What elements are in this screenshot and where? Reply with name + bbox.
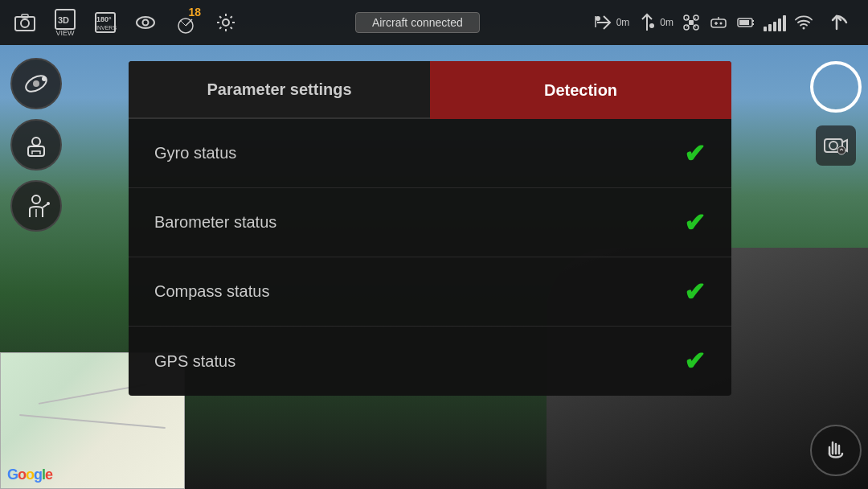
aircraft-status: Aircraft connected (355, 12, 480, 33)
vertical-distance-group: 0m (637, 13, 674, 32)
sidebar-orbit-button[interactable] (10, 58, 62, 109)
controller-icon-group (709, 13, 728, 32)
svg-point-11 (223, 19, 229, 26)
toolbar-left: 3D VIEW 180° INVERSION (0, 4, 251, 41)
toolbar-right: 0m 0m (584, 4, 868, 41)
barometer-status-check: ✔ (684, 208, 706, 238)
detection-list: Gyro status ✔ Barometer status ✔ Compass… (129, 119, 731, 396)
signal-bars (764, 14, 786, 31)
gps-status-row[interactable]: GPS status ✔ (129, 327, 731, 396)
compass-status-label: Compass status (154, 282, 269, 301)
svg-point-45 (837, 146, 845, 154)
gyro-status-label: Gyro status (154, 144, 236, 162)
svg-text:180°: 180° (96, 15, 112, 23)
battery-group (736, 13, 755, 32)
compass-status-check: ✔ (684, 277, 706, 307)
svg-point-15 (649, 23, 654, 28)
fpv-eye-button[interactable] (127, 4, 164, 41)
tab-detection[interactable]: Detection (430, 61, 731, 119)
inversion-button[interactable]: 180° INVERSION (87, 4, 124, 41)
camera-switch-button[interactable] (816, 125, 856, 166)
svg-point-44 (829, 142, 837, 150)
svg-rect-33 (739, 20, 749, 25)
svg-point-1 (21, 19, 29, 27)
svg-text:INVERSION: INVERSION (96, 25, 117, 31)
compass-status-row[interactable]: Compass status ✔ (129, 257, 731, 327)
3d-view-label: VIEW (55, 29, 74, 37)
tab-bar: Parameter settings Detection (129, 61, 731, 119)
3d-view-button[interactable]: 3D VIEW (47, 4, 84, 41)
svg-point-12 (596, 16, 600, 21)
svg-point-28 (720, 23, 723, 25)
sidebar-person-button[interactable] (10, 180, 62, 232)
svg-point-8 (137, 17, 154, 28)
svg-point-36 (33, 80, 39, 87)
svg-rect-25 (711, 19, 726, 27)
svg-rect-20 (689, 20, 694, 25)
vertical-distance: 0m (660, 17, 674, 28)
sidebar-follow-button[interactable] (10, 119, 62, 171)
photo-icon-button[interactable] (6, 4, 43, 41)
svg-point-40 (32, 195, 40, 203)
google-logo: Google (7, 466, 52, 483)
right-sidebar (804, 45, 868, 489)
gps-status-check: ✔ (684, 346, 706, 376)
record-button[interactable] (810, 61, 862, 113)
gesture-button[interactable] (810, 425, 862, 476)
drone-icon-group (682, 13, 701, 32)
radar-count: 18 (188, 6, 201, 18)
horizontal-distance-group: 0m (594, 13, 630, 32)
svg-point-42 (47, 202, 50, 205)
gyro-status-check: ✔ (684, 138, 706, 169)
svg-point-39 (32, 138, 40, 146)
tab-parameter-settings[interactable]: Parameter settings (129, 61, 430, 119)
barometer-status-label: Barometer status (154, 213, 276, 232)
svg-point-37 (42, 76, 47, 81)
toolbar-center: Aircraft connected (251, 12, 584, 33)
gyro-status-row[interactable]: Gyro status ✔ (129, 119, 731, 188)
svg-point-34 (803, 27, 805, 30)
back-button[interactable] (821, 4, 858, 41)
main-panel: Parameter settings Detection Gyro status… (129, 61, 731, 396)
radar-button[interactable]: 18 (167, 4, 204, 41)
wifi-icon-group (794, 13, 813, 32)
gps-status-label: GPS status (154, 352, 235, 371)
horizontal-distance: 0m (616, 17, 630, 28)
barometer-status-row[interactable]: Barometer status ✔ (129, 188, 731, 257)
svg-text:3D: 3D (58, 15, 69, 25)
svg-point-9 (143, 20, 149, 26)
top-toolbar: 3D VIEW 180° INVERSION (0, 0, 868, 45)
settings-button[interactable] (207, 4, 244, 41)
